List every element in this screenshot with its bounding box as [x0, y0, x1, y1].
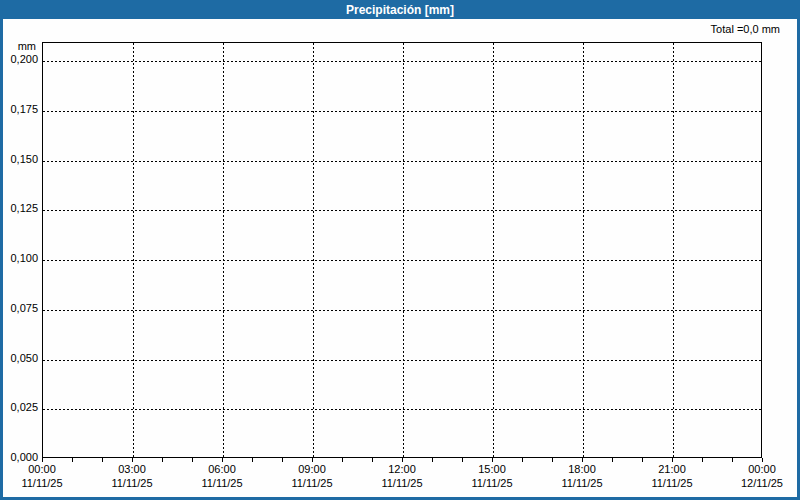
- vertical-gridline: [673, 43, 674, 457]
- vertical-gridline: [313, 43, 314, 457]
- x-axis-tick-label: 03:0011/11/25: [92, 462, 172, 490]
- x-axis-tick-label: 18:0011/11/25: [542, 462, 622, 490]
- y-axis-tick-label: 0,175: [0, 103, 38, 116]
- x-tick-date: 11/11/25: [2, 476, 82, 490]
- x-axis-tick-label: 12:0011/11/25: [362, 462, 442, 490]
- x-axis-tick-label: 00:0012/11/25: [722, 462, 800, 490]
- x-tick-date: 11/11/25: [452, 476, 532, 490]
- plot-area: [42, 42, 762, 458]
- y-axis-tick-label: 0,075: [0, 302, 38, 315]
- horizontal-gridline: [43, 310, 761, 311]
- horizontal-gridline: [43, 111, 761, 112]
- x-tick-date: 12/11/25: [722, 476, 800, 490]
- horizontal-gridline: [43, 260, 761, 261]
- x-tick-time: 12:00: [362, 462, 442, 476]
- y-axis-tick-label: 0,025: [0, 401, 38, 414]
- x-tick-time: 09:00: [272, 462, 352, 476]
- x-tick-date: 11/11/25: [92, 476, 172, 490]
- vertical-gridline: [403, 43, 404, 457]
- x-tick-date: 11/11/25: [542, 476, 622, 490]
- y-axis-tick-label: 0,150: [0, 153, 38, 166]
- x-axis-tick-label: 21:0011/11/25: [632, 462, 712, 490]
- x-tick-time: 06:00: [182, 462, 262, 476]
- vertical-gridline: [223, 43, 224, 457]
- x-tick-time: 03:00: [92, 462, 172, 476]
- vertical-gridline: [133, 43, 134, 457]
- total-annotation: Total =0,0 mm: [0, 23, 780, 35]
- x-tick-time: 21:00: [632, 462, 712, 476]
- chart-title-bar: Precipitación [mm]: [0, 0, 800, 19]
- x-tick-date: 11/11/25: [362, 476, 442, 490]
- x-axis-tick-label: 09:0011/11/25: [272, 462, 352, 490]
- chart-title: Precipitación [mm]: [346, 3, 454, 17]
- x-tick-time: 18:00: [542, 462, 622, 476]
- x-tick-time: 00:00: [722, 462, 800, 476]
- x-axis-tick-label: 06:0011/11/25: [182, 462, 262, 490]
- horizontal-gridline: [43, 360, 761, 361]
- vertical-gridline: [493, 43, 494, 457]
- y-axis-unit-label: mm: [0, 40, 36, 52]
- horizontal-gridline: [43, 210, 761, 211]
- horizontal-gridline: [43, 409, 761, 410]
- vertical-gridline: [583, 43, 584, 457]
- x-tick-time: 00:00: [2, 462, 82, 476]
- horizontal-gridline: [43, 161, 761, 162]
- x-tick-time: 15:00: [452, 462, 532, 476]
- x-tick-date: 11/11/25: [632, 476, 712, 490]
- y-axis-tick-label: 0,100: [0, 252, 38, 265]
- y-axis-tick-label: 0,050: [0, 352, 38, 365]
- x-tick-date: 11/11/25: [182, 476, 262, 490]
- y-axis-tick-label: 0,125: [0, 202, 38, 215]
- x-tick-date: 11/11/25: [272, 476, 352, 490]
- chart-window: Precipitación [mm] Total =0,0 mm mm 0,20…: [0, 0, 800, 500]
- y-axis-tick-label: 0,200: [0, 53, 38, 66]
- x-axis-tick-label: 15:0011/11/25: [452, 462, 532, 490]
- x-axis-tick-label: 00:0011/11/25: [2, 462, 82, 490]
- horizontal-gridline: [43, 61, 761, 62]
